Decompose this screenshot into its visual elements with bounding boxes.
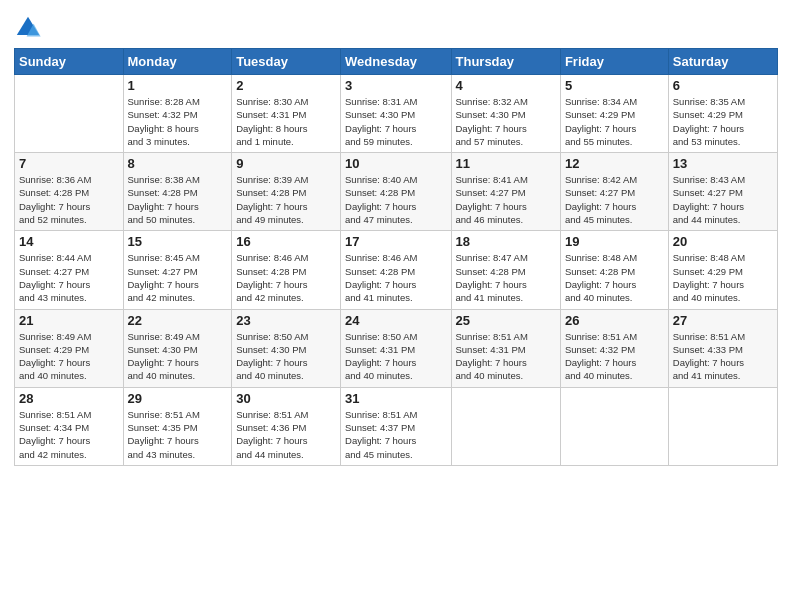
day-number: 12 — [565, 156, 664, 171]
day-number: 19 — [565, 234, 664, 249]
weekday-header-wednesday: Wednesday — [341, 49, 451, 75]
day-info: Sunrise: 8:34 AM Sunset: 4:29 PM Dayligh… — [565, 95, 664, 148]
day-number: 17 — [345, 234, 446, 249]
day-number: 16 — [236, 234, 336, 249]
calendar-cell: 12Sunrise: 8:42 AM Sunset: 4:27 PM Dayli… — [560, 153, 668, 231]
calendar-week-4: 21Sunrise: 8:49 AM Sunset: 4:29 PM Dayli… — [15, 309, 778, 387]
calendar-cell — [15, 75, 124, 153]
calendar-cell: 15Sunrise: 8:45 AM Sunset: 4:27 PM Dayli… — [123, 231, 232, 309]
day-info: Sunrise: 8:51 AM Sunset: 4:31 PM Dayligh… — [456, 330, 556, 383]
day-info: Sunrise: 8:48 AM Sunset: 4:29 PM Dayligh… — [673, 251, 773, 304]
day-info: Sunrise: 8:49 AM Sunset: 4:30 PM Dayligh… — [128, 330, 228, 383]
calendar-cell: 21Sunrise: 8:49 AM Sunset: 4:29 PM Dayli… — [15, 309, 124, 387]
day-number: 1 — [128, 78, 228, 93]
weekday-header-row: SundayMondayTuesdayWednesdayThursdayFrid… — [15, 49, 778, 75]
weekday-header-sunday: Sunday — [15, 49, 124, 75]
day-info: Sunrise: 8:51 AM Sunset: 4:35 PM Dayligh… — [128, 408, 228, 461]
calendar-cell — [560, 387, 668, 465]
calendar-cell: 10Sunrise: 8:40 AM Sunset: 4:28 PM Dayli… — [341, 153, 451, 231]
day-number: 13 — [673, 156, 773, 171]
day-number: 29 — [128, 391, 228, 406]
calendar-cell: 3Sunrise: 8:31 AM Sunset: 4:30 PM Daylig… — [341, 75, 451, 153]
day-info: Sunrise: 8:46 AM Sunset: 4:28 PM Dayligh… — [345, 251, 446, 304]
day-number: 25 — [456, 313, 556, 328]
day-info: Sunrise: 8:51 AM Sunset: 4:34 PM Dayligh… — [19, 408, 119, 461]
calendar-cell: 2Sunrise: 8:30 AM Sunset: 4:31 PM Daylig… — [232, 75, 341, 153]
calendar-cell: 11Sunrise: 8:41 AM Sunset: 4:27 PM Dayli… — [451, 153, 560, 231]
day-info: Sunrise: 8:49 AM Sunset: 4:29 PM Dayligh… — [19, 330, 119, 383]
day-number: 21 — [19, 313, 119, 328]
calendar-cell: 29Sunrise: 8:51 AM Sunset: 4:35 PM Dayli… — [123, 387, 232, 465]
day-info: Sunrise: 8:32 AM Sunset: 4:30 PM Dayligh… — [456, 95, 556, 148]
day-number: 23 — [236, 313, 336, 328]
day-number: 22 — [128, 313, 228, 328]
day-info: Sunrise: 8:51 AM Sunset: 4:33 PM Dayligh… — [673, 330, 773, 383]
day-number: 14 — [19, 234, 119, 249]
calendar-cell: 4Sunrise: 8:32 AM Sunset: 4:30 PM Daylig… — [451, 75, 560, 153]
calendar-cell: 1Sunrise: 8:28 AM Sunset: 4:32 PM Daylig… — [123, 75, 232, 153]
weekday-header-saturday: Saturday — [668, 49, 777, 75]
day-info: Sunrise: 8:35 AM Sunset: 4:29 PM Dayligh… — [673, 95, 773, 148]
calendar-cell: 28Sunrise: 8:51 AM Sunset: 4:34 PM Dayli… — [15, 387, 124, 465]
day-info: Sunrise: 8:51 AM Sunset: 4:36 PM Dayligh… — [236, 408, 336, 461]
calendar-cell — [668, 387, 777, 465]
day-number: 4 — [456, 78, 556, 93]
calendar-cell: 23Sunrise: 8:50 AM Sunset: 4:30 PM Dayli… — [232, 309, 341, 387]
calendar-week-3: 14Sunrise: 8:44 AM Sunset: 4:27 PM Dayli… — [15, 231, 778, 309]
day-info: Sunrise: 8:44 AM Sunset: 4:27 PM Dayligh… — [19, 251, 119, 304]
calendar-cell: 7Sunrise: 8:36 AM Sunset: 4:28 PM Daylig… — [15, 153, 124, 231]
day-number: 20 — [673, 234, 773, 249]
calendar-cell: 14Sunrise: 8:44 AM Sunset: 4:27 PM Dayli… — [15, 231, 124, 309]
day-info: Sunrise: 8:42 AM Sunset: 4:27 PM Dayligh… — [565, 173, 664, 226]
calendar-cell: 24Sunrise: 8:50 AM Sunset: 4:31 PM Dayli… — [341, 309, 451, 387]
calendar-cell: 6Sunrise: 8:35 AM Sunset: 4:29 PM Daylig… — [668, 75, 777, 153]
day-number: 5 — [565, 78, 664, 93]
page: SundayMondayTuesdayWednesdayThursdayFrid… — [0, 0, 792, 612]
day-info: Sunrise: 8:41 AM Sunset: 4:27 PM Dayligh… — [456, 173, 556, 226]
day-number: 11 — [456, 156, 556, 171]
calendar-week-1: 1Sunrise: 8:28 AM Sunset: 4:32 PM Daylig… — [15, 75, 778, 153]
weekday-header-tuesday: Tuesday — [232, 49, 341, 75]
day-info: Sunrise: 8:30 AM Sunset: 4:31 PM Dayligh… — [236, 95, 336, 148]
day-info: Sunrise: 8:40 AM Sunset: 4:28 PM Dayligh… — [345, 173, 446, 226]
calendar-cell: 13Sunrise: 8:43 AM Sunset: 4:27 PM Dayli… — [668, 153, 777, 231]
day-number: 3 — [345, 78, 446, 93]
day-info: Sunrise: 8:51 AM Sunset: 4:37 PM Dayligh… — [345, 408, 446, 461]
weekday-header-friday: Friday — [560, 49, 668, 75]
calendar-cell: 5Sunrise: 8:34 AM Sunset: 4:29 PM Daylig… — [560, 75, 668, 153]
day-number: 24 — [345, 313, 446, 328]
calendar-cell: 22Sunrise: 8:49 AM Sunset: 4:30 PM Dayli… — [123, 309, 232, 387]
day-number: 9 — [236, 156, 336, 171]
day-number: 8 — [128, 156, 228, 171]
calendar-cell: 26Sunrise: 8:51 AM Sunset: 4:32 PM Dayli… — [560, 309, 668, 387]
day-number: 2 — [236, 78, 336, 93]
weekday-header-thursday: Thursday — [451, 49, 560, 75]
day-info: Sunrise: 8:51 AM Sunset: 4:32 PM Dayligh… — [565, 330, 664, 383]
day-number: 18 — [456, 234, 556, 249]
day-number: 27 — [673, 313, 773, 328]
logo-icon — [14, 14, 42, 42]
header — [14, 10, 778, 42]
calendar-week-5: 28Sunrise: 8:51 AM Sunset: 4:34 PM Dayli… — [15, 387, 778, 465]
calendar-cell: 19Sunrise: 8:48 AM Sunset: 4:28 PM Dayli… — [560, 231, 668, 309]
calendar-cell: 17Sunrise: 8:46 AM Sunset: 4:28 PM Dayli… — [341, 231, 451, 309]
calendar-cell: 20Sunrise: 8:48 AM Sunset: 4:29 PM Dayli… — [668, 231, 777, 309]
day-info: Sunrise: 8:43 AM Sunset: 4:27 PM Dayligh… — [673, 173, 773, 226]
day-number: 26 — [565, 313, 664, 328]
calendar-cell: 9Sunrise: 8:39 AM Sunset: 4:28 PM Daylig… — [232, 153, 341, 231]
day-info: Sunrise: 8:47 AM Sunset: 4:28 PM Dayligh… — [456, 251, 556, 304]
day-info: Sunrise: 8:48 AM Sunset: 4:28 PM Dayligh… — [565, 251, 664, 304]
day-info: Sunrise: 8:38 AM Sunset: 4:28 PM Dayligh… — [128, 173, 228, 226]
day-info: Sunrise: 8:39 AM Sunset: 4:28 PM Dayligh… — [236, 173, 336, 226]
day-info: Sunrise: 8:31 AM Sunset: 4:30 PM Dayligh… — [345, 95, 446, 148]
calendar-cell: 18Sunrise: 8:47 AM Sunset: 4:28 PM Dayli… — [451, 231, 560, 309]
logo — [14, 14, 46, 42]
day-info: Sunrise: 8:45 AM Sunset: 4:27 PM Dayligh… — [128, 251, 228, 304]
day-info: Sunrise: 8:46 AM Sunset: 4:28 PM Dayligh… — [236, 251, 336, 304]
calendar-cell: 30Sunrise: 8:51 AM Sunset: 4:36 PM Dayli… — [232, 387, 341, 465]
calendar-cell — [451, 387, 560, 465]
calendar-cell: 8Sunrise: 8:38 AM Sunset: 4:28 PM Daylig… — [123, 153, 232, 231]
calendar-week-2: 7Sunrise: 8:36 AM Sunset: 4:28 PM Daylig… — [15, 153, 778, 231]
day-info: Sunrise: 8:36 AM Sunset: 4:28 PM Dayligh… — [19, 173, 119, 226]
day-number: 7 — [19, 156, 119, 171]
